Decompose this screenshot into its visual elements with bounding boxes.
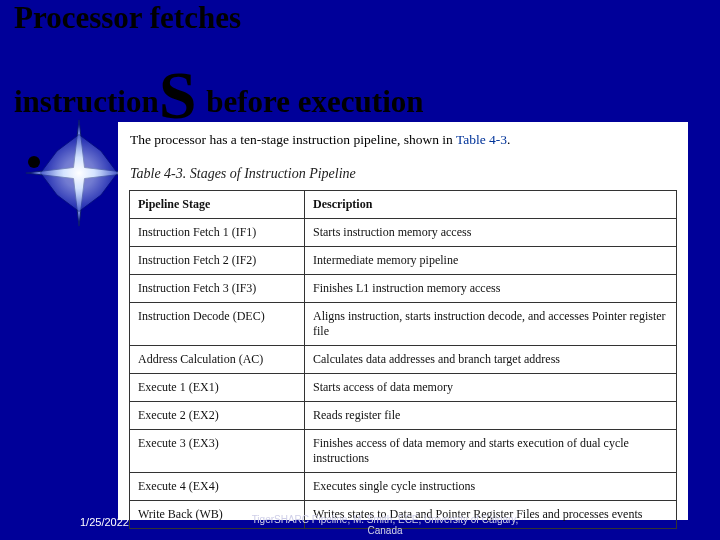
cell-desc: Finishes L1 instruction memory access	[305, 275, 677, 303]
footer-line-1: TigerSHARC Pipeline, M. Smith, ECE, Univ…	[252, 514, 519, 525]
cell-desc: Intermediate memory pipeline	[305, 247, 677, 275]
intro-after: .	[507, 132, 510, 147]
cell-desc: Starts access of data memory	[305, 374, 677, 402]
bullet-icon	[28, 156, 40, 168]
slide-date: 1/25/2022	[80, 516, 129, 528]
cell-desc: Calculates data addresses and branch tar…	[305, 346, 677, 374]
table-row: Execute 2 (EX2)Reads register file	[130, 402, 677, 430]
title-line2: instructionS before execution	[14, 55, 424, 123]
svg-marker-0	[26, 120, 132, 226]
slide-footer: TigerSHARC Pipeline, M. Smith, ECE, Univ…	[230, 514, 540, 536]
cell-stage: Execute 4 (EX4)	[130, 473, 305, 501]
table-row: Execute 3 (EX3)Finishes access of data m…	[130, 430, 677, 473]
cell-stage: Execute 1 (EX1)	[130, 374, 305, 402]
cell-desc: Finishes access of data memory and start…	[305, 430, 677, 473]
table-ref-link[interactable]: Table 4-3	[456, 132, 507, 147]
content-panel: The processor has a ten-stage instructio…	[118, 122, 688, 520]
slide: Processor fetches instructionS before ex…	[0, 0, 720, 540]
col-header-stage: Pipeline Stage	[130, 191, 305, 219]
cell-stage: Address Calculation (AC)	[130, 346, 305, 374]
cell-stage: Execute 2 (EX2)	[130, 402, 305, 430]
cell-desc: Executes single cycle instructions	[305, 473, 677, 501]
col-header-desc: Description	[305, 191, 677, 219]
cell-desc: Aligns instruction, starts instruction d…	[305, 303, 677, 346]
table-row: Instruction Fetch 2 (IF2)Intermediate me…	[130, 247, 677, 275]
cell-desc: Reads register file	[305, 402, 677, 430]
table-row: Instruction Fetch 1 (IF1)Starts instruct…	[130, 219, 677, 247]
cell-stage: Instruction Decode (DEC)	[130, 303, 305, 346]
table-row: Instruction Decode (DEC)Aligns instructi…	[130, 303, 677, 346]
table-row: Execute 4 (EX4)Executes single cycle ins…	[130, 473, 677, 501]
title-rest: before execution	[199, 84, 424, 119]
svg-marker-1	[41, 135, 118, 212]
table-caption: Table 4-3. Stages of Instruction Pipelin…	[118, 156, 688, 190]
cell-stage: Instruction Fetch 2 (IF2)	[130, 247, 305, 275]
footer-line-2: Canada	[367, 525, 402, 536]
table-row: Instruction Fetch 3 (IF3)Finishes L1 ins…	[130, 275, 677, 303]
title-big-s: S	[159, 61, 197, 129]
title-line1: Processor fetches	[14, 2, 424, 33]
table-header-row: Pipeline Stage Description	[130, 191, 677, 219]
intro-text: The processor has a ten-stage instructio…	[118, 122, 688, 156]
title-word-instruction: instruction	[14, 84, 159, 119]
table-row: Execute 1 (EX1)Starts access of data mem…	[130, 374, 677, 402]
slide-title: Processor fetches instructionS before ex…	[14, 2, 424, 123]
cell-stage: Instruction Fetch 3 (IF3)	[130, 275, 305, 303]
table-row: Address Calculation (AC)Calculates data …	[130, 346, 677, 374]
cell-stage: Instruction Fetch 1 (IF1)	[130, 219, 305, 247]
intro-before: The processor has a ten-stage instructio…	[130, 132, 456, 147]
pipeline-table: Pipeline Stage Description Instruction F…	[129, 190, 677, 529]
cell-stage: Execute 3 (EX3)	[130, 430, 305, 473]
cell-desc: Starts instruction memory access	[305, 219, 677, 247]
